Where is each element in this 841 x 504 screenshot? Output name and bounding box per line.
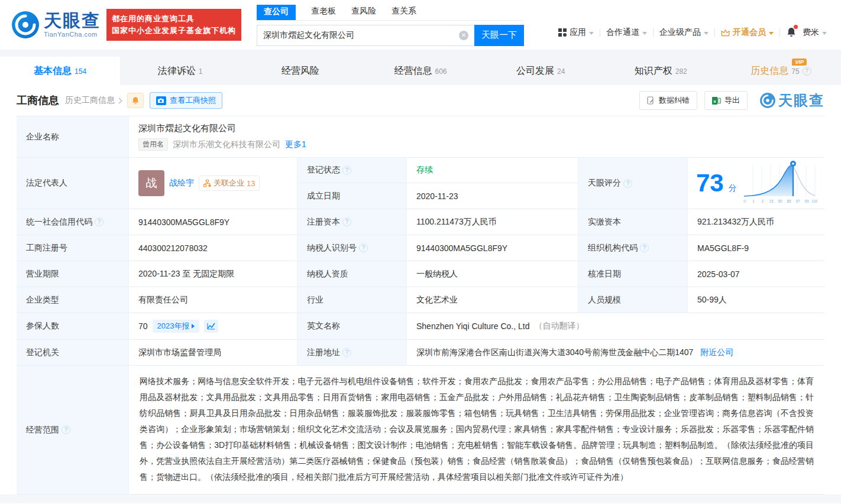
apps-grid-icon [558, 28, 567, 37]
tab-count: 75 [791, 67, 799, 76]
username: 费米 [803, 27, 819, 38]
auto-translate-note: （自动翻译） [534, 321, 584, 331]
export-button-label: 导出 [724, 95, 740, 106]
tab-basic-info[interactable]: 基本信息 154 [0, 57, 120, 85]
help-icon[interactable] [95, 217, 103, 226]
help-icon[interactable] [342, 348, 351, 357]
svg-text:3: 3 [761, 199, 764, 203]
clear-search-icon[interactable]: ✕ [459, 31, 468, 40]
help-icon[interactable] [342, 217, 351, 226]
tab-label: 公司发展 [516, 65, 554, 77]
history-registration-link[interactable]: 历史工商信息 [65, 95, 121, 106]
legal-rep-cell: 战 战绘宇 关联企业 13 [129, 158, 297, 209]
nav-enterprise-label: 企业级产品 [659, 27, 701, 38]
help-icon[interactable] [640, 243, 649, 252]
divider [714, 28, 715, 37]
related-count: 13 [247, 179, 255, 188]
legal-rep-avatar[interactable]: 战 [138, 170, 164, 196]
search-tabs: 查公司 查老板 查风险 查关系 [257, 4, 524, 21]
staff-size-cell: 50-99人 [688, 287, 824, 313]
brand-slogan: 都在用的商业查询工具 国家中小企业发展子基金旗下机构 [106, 9, 241, 41]
nav-vip[interactable]: 开通会员 [721, 27, 774, 38]
divider [600, 28, 600, 37]
subscribe-bell-button[interactable] [127, 93, 144, 108]
field-label-reg-capital: 注册资本 [297, 209, 407, 235]
score-value: 73 [696, 171, 724, 196]
tab-history-info[interactable]: VIP 历史信息 75 [721, 57, 841, 85]
search-tab-risk[interactable]: 查风险 [351, 4, 376, 20]
tab-operating-risk[interactable]: 经营风险 [240, 57, 360, 85]
score-unit: 分 [729, 183, 737, 194]
tab-count: 1 [199, 67, 203, 76]
nav-enterprise[interactable]: 企业级产品 [659, 27, 709, 38]
field-label-reg-address: 注册地址 [297, 340, 407, 366]
search-tab-relation[interactable]: 查关系 [392, 4, 416, 20]
nav-partner[interactable]: 合作通道 [606, 27, 647, 38]
tab-legal[interactable]: 法律诉讼 1 [120, 57, 240, 85]
nearby-companies-link[interactable]: 附近公司 [700, 347, 733, 358]
related-companies-badge[interactable]: 关联企业 13 [199, 175, 260, 191]
more-former-names-link[interactable]: 更多1 [285, 139, 306, 150]
tianyan-score-cell[interactable]: 73 分 0 1 3 15 50 [688, 158, 824, 209]
watermark-logo: 天眼查 [759, 91, 824, 110]
correct-button-label: 数据纠错 [659, 95, 690, 106]
annual-report-badge[interactable]: 2023年报 [153, 320, 199, 333]
search-tab-company[interactable]: 查公司 [257, 5, 296, 20]
field-label-tianyan-score: 天眼评分 [578, 158, 688, 209]
field-label-paid-capital: 实缴资本 [578, 209, 688, 235]
tianyancha-logo[interactable]: 天眼查 TianYanCha.com [11, 10, 101, 40]
company-type-cell: 有限责任公司 [129, 287, 297, 313]
company-name: 深圳市熠起文化有限公司 [138, 123, 236, 134]
help-icon[interactable] [803, 67, 811, 76]
caret-down-icon [822, 32, 827, 35]
field-label-org-code: 组织机构代码 [578, 235, 688, 261]
tab-ip[interactable]: 知识产权 282 [601, 57, 721, 85]
legal-rep-name-link[interactable]: 战绘宇 [169, 178, 194, 188]
score-axis-ticks: 0 1 3 15 50 85 97 99 100 [743, 199, 817, 203]
help-icon[interactable] [623, 179, 632, 188]
tab-count: 606 [435, 67, 447, 76]
field-label-company-type: 企业类型 [17, 287, 129, 313]
nav-apps[interactable]: 应用 [558, 27, 594, 38]
tab-label: 经营风险 [282, 65, 319, 77]
english-name: Shenzhen Yiqi Culture Co., Ltd [416, 321, 529, 331]
tab-company-development[interactable]: 公司发展 24 [481, 57, 601, 85]
field-label-company-name: 企业名称 [17, 116, 129, 158]
nav-user[interactable]: 费米 [803, 27, 827, 38]
annual-report-label: 2023年报 [157, 321, 190, 331]
logo-title: 天眼查 [44, 12, 101, 30]
camera-icon [156, 96, 166, 105]
slogan-line1: 都在用的商业查询工具 [112, 13, 236, 25]
paid-capital-cell: 921.213432万人民币 [688, 209, 824, 235]
field-label-approval-date: 核准日期 [578, 261, 688, 287]
status-badge: 存续 [416, 165, 433, 175]
field-label-staff-size: 人员规模 [578, 287, 688, 313]
business-scope-cell: 网络技术服务；网络与信息安全软件开发；电子元器件与机电组件设备销售；软件开发；食… [129, 366, 824, 495]
notifications-bell[interactable] [786, 27, 797, 39]
vip-badge: VIP [792, 58, 807, 66]
reg-address: 深圳市前海深港合作区南山街道兴海大道3040号前海世茂金融中心二期1407 [416, 347, 693, 358]
search-tab-boss[interactable]: 查老板 [311, 4, 336, 20]
search-button[interactable]: 天眼一下 [474, 25, 524, 46]
chevron-right-icon [117, 97, 122, 103]
export-button[interactable]: x 导出 [704, 91, 748, 110]
help-icon[interactable] [62, 425, 70, 434]
english-name-cell: Shenzhen Yiqi Culture Co., Ltd （自动翻译） [407, 313, 824, 340]
trend-chart-icon[interactable] [204, 320, 218, 333]
svg-text:1: 1 [752, 199, 755, 203]
help-icon[interactable] [359, 243, 368, 252]
caret-down-icon [704, 32, 709, 35]
data-correction-button[interactable]: 数据纠错 [639, 91, 697, 110]
excel-icon: x [712, 96, 721, 105]
help-icon[interactable] [342, 166, 351, 175]
credit-code-cell: 91440300MA5GGL8F9Y [129, 209, 297, 235]
notification-dot [794, 25, 798, 29]
search-input[interactable] [257, 25, 474, 46]
caret-right-icon [192, 324, 195, 329]
bell-icon [131, 96, 140, 105]
tab-business-info[interactable]: 经营信息 606 [360, 57, 480, 85]
tab-count: 282 [675, 67, 687, 76]
svg-text:97: 97 [795, 199, 800, 203]
business-snapshot-button[interactable]: 查看工商快照 [150, 92, 222, 109]
business-registration-table: 企业名称 深圳市熠起文化有限公司 曾用名 深圳市乐潮文化科技有限公司 更多1 法… [17, 116, 824, 495]
